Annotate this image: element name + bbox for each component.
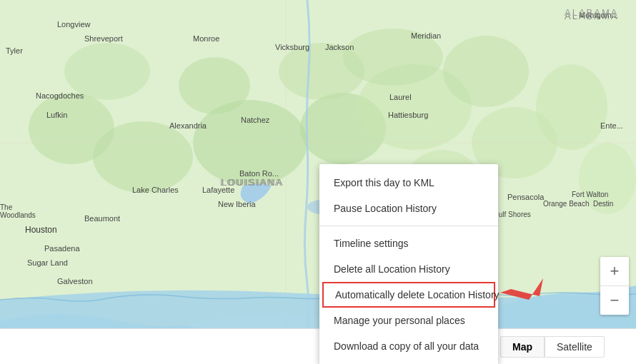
- city-houston: Houston: [25, 225, 57, 235]
- menu-item-auto-delete[interactable]: Automatically delete Location History: [322, 282, 495, 308]
- city-laurel: Laurel: [389, 93, 412, 101]
- city-beaumont: Beaumont: [84, 214, 120, 223]
- city-shreveport: Shreveport: [84, 34, 123, 43]
- city-meridian: Meridian: [411, 31, 441, 40]
- arrow-indicator: [493, 275, 550, 318]
- city-hattiesburg: Hattiesburg: [388, 111, 428, 119]
- city-destin: Destin: [593, 200, 613, 208]
- svg-point-14: [443, 36, 529, 107]
- city-sugar-land: Sugar Land: [27, 258, 68, 267]
- bottom-toolbar: Map Satellite: [0, 328, 636, 364]
- city-tyler: Tyler: [6, 46, 23, 55]
- zoom-out-button[interactable]: −: [600, 286, 629, 315]
- city-pasadena: Pasadena: [44, 244, 80, 253]
- map-type-controls: Map Satellite: [500, 336, 605, 358]
- city-monroe: Monroe: [193, 34, 219, 43]
- city-lufkin: Lufkin: [46, 111, 67, 119]
- menu-item-download-data[interactable]: Download a copy of all your data: [319, 333, 498, 359]
- svg-point-11: [179, 57, 250, 114]
- city-jackson: Jackson: [325, 43, 354, 51]
- city-nacogdoches: Nacogdoches: [36, 91, 84, 100]
- city-lake-charles: Lake Charles: [132, 186, 179, 194]
- svg-point-9: [536, 64, 607, 150]
- city-woodlands: TheWoodlands: [0, 203, 36, 219]
- city-galveston: Galveston: [57, 277, 93, 285]
- city-ente: Ente...: [600, 121, 623, 130]
- city-pensacola: Pensacola: [507, 193, 544, 201]
- zoom-controls: + −: [600, 257, 629, 315]
- menu-item-pause-history[interactable]: Pause Location History: [319, 196, 498, 221]
- zoom-in-button[interactable]: +: [600, 257, 629, 285]
- menu-item-timeline-settings[interactable]: Timeline settings: [319, 231, 498, 256]
- city-alexandria: Alexandria: [169, 121, 207, 130]
- city-orange-beach: Orange Beach: [543, 200, 590, 208]
- menu-item-export-kml[interactable]: Export this day to KML: [319, 170, 498, 196]
- map-type-map-button[interactable]: Map: [500, 336, 545, 358]
- city-new-iberia: New Iberia: [218, 200, 256, 208]
- city-fort-walton: Fort Walton: [572, 191, 608, 198]
- context-menu: Export this day to KML Pause Location Hi…: [319, 164, 498, 364]
- map-type-satellite-button[interactable]: Satellite: [545, 336, 605, 358]
- state-label-alabama: ALABAMA: [565, 7, 618, 18]
- svg-point-6: [29, 93, 114, 164]
- city-longview: Longview: [57, 20, 90, 29]
- menu-divider-1: [319, 226, 498, 226]
- city-vicksburg: Vicksburg: [275, 43, 309, 51]
- menu-item-manage-places[interactable]: Manage your personal places: [319, 308, 498, 333]
- state-label-louisiana: LOUISIANA: [220, 177, 282, 188]
- map-container: ALABAMA LOUISIANA Shreveport Monroe Vick…: [0, 0, 636, 364]
- city-natchez: Natchez: [241, 116, 269, 124]
- menu-item-delete-history[interactable]: Delete all Location History: [319, 256, 498, 282]
- city-gulf-shores: Gulf Shores: [493, 211, 531, 218]
